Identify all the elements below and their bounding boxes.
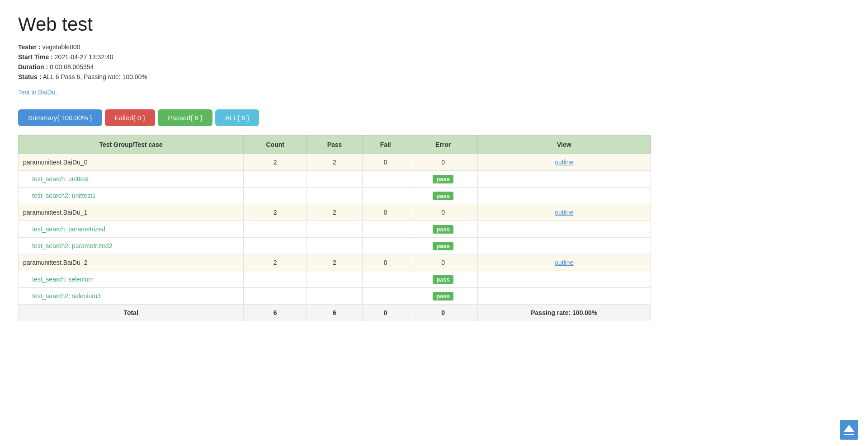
start-time-value: 2021-04-27 13:32:40 [55,53,113,61]
col-error: Error [409,136,477,154]
total-fail: 0 [362,305,409,321]
group-name: paramunittest.BaiDu_0 [19,154,244,171]
pass-badge: pass [433,292,453,300]
subtest-count [244,271,307,288]
col-test-group: Test Group/Test case [19,136,244,154]
subtest-pass [307,271,362,288]
subtest-view [477,238,651,254]
tester-value: vegetable000 [42,43,80,51]
sub-row: test_search2: selenium3 pass [19,288,651,305]
total-passing-rate: Passing rate: 100.00% [477,305,651,321]
failed-button[interactable]: Failed{ 0 } [105,109,156,126]
sub-row: test_search2: unittest1 pass [19,188,651,204]
subtest-error: pass [409,271,477,288]
group-count: 2 [244,154,307,171]
subtest-name: test_search: parametrized [19,221,244,238]
subtest-name: test_search: unittest [19,171,244,188]
subtest-name: test_search2: parametrized2 [19,238,244,254]
col-fail: Fail [362,136,409,154]
subtest-count [244,288,307,305]
pass-badge: pass [433,242,453,250]
subtest-view [477,288,651,305]
start-time-info: Start Time : 2021-04-27 13:32:40 [18,53,651,61]
subtest-error: pass [409,188,477,204]
subtest-fail [362,171,409,188]
col-pass: Pass [307,136,362,154]
pass-badge: pass [433,275,453,284]
total-error: 0 [409,305,477,321]
group-view[interactable]: outline [477,204,651,221]
subtest-view [477,271,651,288]
subtest-error: pass [409,171,477,188]
group-error: 0 [409,154,477,171]
tester-label: Tester : [18,43,41,51]
test-table: Test Group/Test case Count Pass Fail Err… [18,135,651,321]
total-count: 6 [244,305,307,321]
group-view[interactable]: outline [477,154,651,171]
subtest-count [244,188,307,204]
table-body: paramunittest.BaiDu_0 2 2 0 0 outline te… [19,154,651,321]
group-count: 2 [244,204,307,221]
pass-badge: pass [433,192,453,200]
subtest-fail [362,288,409,305]
outline-link[interactable]: outline [555,209,573,216]
all-button[interactable]: ALL{ 6 } [215,109,259,126]
table-row: paramunittest.BaiDu_0 2 2 0 0 outline [19,154,651,171]
group-count: 2 [244,254,307,271]
subtest-name: test_search2: selenium3 [19,288,244,305]
duration-value: 0:00:08.005354 [50,63,94,70]
outline-link[interactable]: outline [555,159,573,166]
subtest-error: pass [409,288,477,305]
duration-label: Duration : [18,63,48,70]
total-label: Total [19,305,244,321]
subtest-error: pass [409,221,477,238]
subtest-pass [307,238,362,254]
page-container: Web test Tester : vegetable000 Start Tim… [0,0,669,335]
total-row: Total 6 6 0 0 Passing rate: 100.00% [19,305,651,321]
subtest-fail [362,221,409,238]
subtest-count [244,171,307,188]
subtest-view [477,188,651,204]
passed-button[interactable]: Passed{ 6 } [158,109,212,126]
outline-link[interactable]: outline [555,259,573,266]
col-view: View [477,136,651,154]
group-name: paramunittest.BaiDu_2 [19,254,244,271]
subtest-view [477,221,651,238]
table-row: paramunittest.BaiDu_1 2 2 0 0 outline [19,204,651,221]
group-error: 0 [409,254,477,271]
summary-button[interactable]: Summary{ 100.00% } [18,109,102,126]
subtest-pass [307,221,362,238]
group-fail: 0 [362,254,409,271]
table-row: paramunittest.BaiDu_2 2 2 0 0 outline [19,254,651,271]
status-value: ALL 6 Pass 6, Passing rate: 100.00% [42,73,147,80]
filter-buttons: Summary{ 100.00% } Failed{ 0 } Passed{ 6… [18,109,651,126]
group-error: 0 [409,204,477,221]
subtest-fail [362,238,409,254]
total-pass: 6 [307,305,362,321]
sub-row: test_search: parametrized pass [19,221,651,238]
group-pass: 2 [307,204,362,221]
tester-info: Tester : vegetable000 [18,43,651,51]
subtest-pass [307,188,362,204]
header-row: Test Group/Test case Count Pass Fail Err… [19,136,651,154]
duration-info: Duration : 0:00:08.005354 [18,63,651,70]
subtest-view [477,171,651,188]
sub-row: test_search: unittest pass [19,171,651,188]
subtest-name: test_search: selenium [19,271,244,288]
group-fail: 0 [362,154,409,171]
group-pass: 2 [307,154,362,171]
status-info: Status : ALL 6 Pass 6, Passing rate: 100… [18,73,651,80]
pass-badge: pass [433,225,453,234]
group-pass: 2 [307,254,362,271]
subtest-error: pass [409,238,477,254]
page-title: Web test [18,14,651,35]
sub-row: test_search2: parametrized2 pass [19,238,651,254]
subtest-count [244,221,307,238]
start-time-label: Start Time : [18,53,53,61]
sub-row: test_search: selenium pass [19,271,651,288]
subtest-count [244,238,307,254]
description: Test in BaiDu. [18,89,651,96]
subtest-name: test_search2: unittest1 [19,188,244,204]
group-view[interactable]: outline [477,254,651,271]
status-label: Status : [18,73,41,80]
